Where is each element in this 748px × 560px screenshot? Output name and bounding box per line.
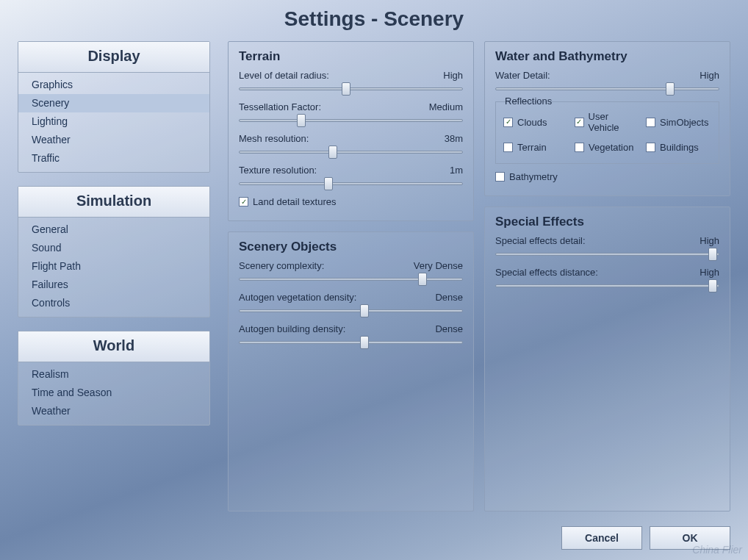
terrain-tex-value: 1m [450, 165, 463, 176]
refl-clouds-label: Clouds [517, 117, 547, 128]
panel-water: Water and Bathymetry Water Detail: High … [484, 41, 730, 196]
sidebar-item-sound[interactable]: Sound [18, 239, 209, 257]
fx-distance-slider[interactable] [495, 281, 719, 291]
so-complexity-slider[interactable] [239, 274, 463, 284]
sidebar-header-display: Display [18, 42, 209, 73]
refl-clouds-row[interactable]: ✓ Clouds [503, 111, 569, 133]
refl-uservehicle-label: User Vehicle [589, 111, 640, 133]
refl-uservehicle-checkbox[interactable]: ✓ [575, 118, 584, 127]
panel-terrain: Terrain Level of detail radius: High Tes… [228, 41, 474, 221]
refl-clouds-checkbox[interactable]: ✓ [503, 118, 513, 127]
water-detail-slider[interactable] [495, 84, 719, 94]
sidebar-item-flightpath[interactable]: Flight Path [18, 257, 209, 276]
panel-scenery-objects: Scenery Objects Scenery complexity: Very… [228, 231, 474, 511]
sidebar-header-simulation: Simulation [18, 187, 209, 218]
reflections-fieldset: Reflections ✓ Clouds ✓ User Vehicle Sim [495, 101, 719, 164]
cancel-button[interactable]: Cancel [561, 526, 642, 550]
sidebar-item-traffic[interactable]: Traffic [18, 149, 209, 168]
footer-buttons: Cancel OK [561, 526, 730, 550]
terrain-lod-label: Level of detail radius: [239, 70, 329, 81]
panel-scenery-objects-title: Scenery Objects [239, 240, 463, 254]
water-detail-value: High [700, 70, 719, 81]
so-veg-label: Autogen vegetation density: [239, 292, 356, 303]
reflections-legend: Reflections [502, 96, 555, 107]
terrain-tess-slider[interactable] [239, 115, 463, 126]
so-complexity-label: Scenery complexity: [239, 260, 324, 271]
sidebar-item-lighting[interactable]: Lighting [18, 112, 209, 131]
panel-effects-title: Special Effects [495, 215, 719, 229]
content-area: Display Graphics Scenery Lighting Weathe… [18, 41, 730, 511]
refl-terrain-label: Terrain [517, 142, 547, 153]
refl-buildings-label: Buildings [660, 142, 699, 153]
sidebar-item-timeseason[interactable]: Time and Season [18, 384, 209, 402]
sidebar-item-general[interactable]: General [18, 220, 209, 239]
terrain-mesh-label: Mesh resolution: [239, 133, 309, 144]
refl-buildings-row[interactable]: Buildings [646, 142, 711, 153]
ok-button[interactable]: OK [650, 526, 730, 550]
refl-terrain-row[interactable]: Terrain [503, 142, 569, 153]
sidebar-item-weather[interactable]: Weather [18, 131, 209, 149]
sidebar-group-world: World Realism Time and Season Weather [18, 331, 210, 426]
panels-area: Terrain Level of detail radius: High Tes… [228, 41, 730, 511]
terrain-landtex-label: Land detail textures [253, 196, 336, 207]
sidebar-group-simulation: Simulation General Sound Flight Path Fai… [18, 186, 210, 317]
refl-terrain-checkbox[interactable] [503, 143, 513, 152]
sidebar-header-world: World [18, 331, 209, 362]
sidebar-item-controls[interactable]: Controls [18, 294, 209, 312]
sidebar-item-world-weather[interactable]: Weather [18, 402, 209, 420]
terrain-mesh-slider[interactable] [239, 147, 463, 157]
fx-distance-value: High [700, 267, 719, 278]
page-title: Settings - Scenery [0, 0, 748, 35]
refl-simobjects-row[interactable]: SimObjects [646, 111, 711, 133]
sidebar-item-scenery[interactable]: Scenery [18, 94, 209, 112]
refl-buildings-checkbox[interactable] [646, 143, 655, 152]
terrain-mesh-value: 38m [445, 133, 463, 144]
so-complexity-value: Very Dense [414, 260, 463, 271]
fx-detail-slider[interactable] [495, 249, 719, 259]
sidebar-item-failures[interactable]: Failures [18, 276, 209, 294]
sidebar-item-graphics[interactable]: Graphics [18, 76, 209, 94]
panel-effects: Special Effects Special effects detail: … [484, 207, 730, 511]
terrain-tess-value: Medium [429, 101, 463, 112]
so-bld-label: Autogen building density: [239, 323, 345, 334]
terrain-tess-label: Tessellation Factor: [239, 101, 321, 112]
water-detail-label: Water Detail: [495, 70, 550, 81]
refl-vegetation-row[interactable]: Vegetation [575, 142, 640, 153]
terrain-lod-slider[interactable] [239, 84, 463, 94]
sidebar: Display Graphics Scenery Lighting Weathe… [18, 41, 210, 511]
so-bld-slider[interactable] [239, 337, 463, 348]
refl-uservehicle-row[interactable]: ✓ User Vehicle [575, 111, 640, 133]
refl-simobjects-label: SimObjects [660, 117, 708, 128]
terrain-landtex-checkbox[interactable]: ✓ [239, 197, 248, 207]
fx-detail-label: Special effects detail: [495, 235, 586, 246]
fx-distance-label: Special effects distance: [495, 267, 598, 278]
bathymetry-label: Bathymetry [509, 171, 558, 182]
panel-terrain-title: Terrain [239, 49, 463, 64]
terrain-landtex-row[interactable]: ✓ Land detail textures [239, 196, 463, 207]
terrain-lod-value: High [443, 70, 463, 81]
sidebar-item-realism[interactable]: Realism [18, 365, 209, 384]
refl-simobjects-checkbox[interactable] [646, 118, 655, 127]
refl-vegetation-label: Vegetation [589, 142, 633, 153]
so-veg-value: Dense [435, 292, 463, 303]
bathymetry-checkbox[interactable] [495, 172, 505, 182]
fx-detail-value: High [700, 235, 719, 246]
so-veg-slider[interactable] [239, 306, 463, 316]
so-bld-value: Dense [435, 323, 463, 334]
terrain-tex-label: Texture resolution: [239, 165, 317, 176]
bathymetry-row[interactable]: Bathymetry [495, 171, 719, 182]
sidebar-group-display: Display Graphics Scenery Lighting Weathe… [18, 41, 210, 173]
terrain-tex-slider[interactable] [239, 179, 463, 189]
panel-water-title: Water and Bathymetry [495, 49, 719, 64]
refl-vegetation-checkbox[interactable] [575, 143, 584, 152]
